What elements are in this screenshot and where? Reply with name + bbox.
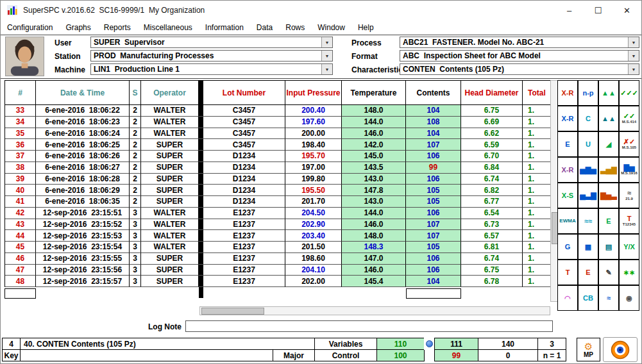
data-table-button[interactable]: ▦: [578, 234, 598, 260]
camera-button[interactable]: ◉: [619, 285, 639, 311]
cell-subgroup[interactable]: 2: [130, 117, 141, 128]
g-chart-button[interactable]: G: [557, 234, 578, 260]
cell-lot-number[interactable]: E1237: [203, 253, 285, 265]
cell-head-diameter[interactable]: 6.77: [461, 196, 523, 208]
trend-chart-teal-button[interactable]: ▲▲: [598, 106, 619, 131]
table-row[interactable]: 356-ene-2016 18:06:242WALTERC3457200.001…: [5, 128, 550, 140]
freeze-divider[interactable]: [199, 230, 203, 242]
menu-item-reports[interactable]: Reports: [97, 23, 137, 32]
cell-total[interactable]: 1.: [523, 276, 550, 287]
cell-input-pressure[interactable]: 198.60: [285, 253, 342, 265]
chevron-down-icon[interactable]: ▼: [628, 37, 639, 47]
table-row[interactable]: 366-ene-2016 18:06:252SUPERC3457198.4014…: [5, 139, 550, 151]
menu-item-window[interactable]: Window: [311, 23, 351, 32]
cell-contents[interactable]: 108: [406, 117, 461, 128]
horizontal-scrollbar-thumb[interactable]: [201, 308, 264, 315]
table-row[interactable]: 4812-sep-2016 23:15:573SUPERE1237202.001…: [5, 276, 550, 287]
cell-lot-number[interactable]: D1234: [203, 185, 285, 196]
new-row-edit-cell[interactable]: [4, 288, 36, 299]
table-row[interactable]: 386-ene-2016 18:06:272SUPERD1234197.0014…: [5, 162, 550, 174]
mp-button[interactable]: ⚙ MP: [577, 338, 600, 361]
table-row[interactable]: 4212-sep-2016 23:15:513WALTERE1237204.50…: [5, 208, 550, 219]
ms414-sampling-button[interactable]: ✓✓M.S.414: [619, 106, 639, 131]
cell-head-diameter[interactable]: 6.54: [461, 208, 523, 219]
header-subgroup[interactable]: S: [130, 81, 141, 105]
cell-lot-number[interactable]: C3457: [203, 117, 285, 128]
cell-contents[interactable]: 105: [406, 242, 461, 253]
cell-row-number[interactable]: 44: [5, 230, 36, 242]
cell-operator[interactable]: SUPER: [141, 276, 199, 287]
slope-chart-button[interactable]: ◢: [598, 131, 619, 157]
ms105-sampling-button[interactable]: ✗✓M.S.105: [619, 131, 639, 157]
cell-input-pressure[interactable]: 203.40: [285, 230, 342, 242]
pareto-chart-button[interactable]: ▇▅▃: [598, 183, 619, 208]
cell-lot-number[interactable]: D1234: [203, 174, 285, 185]
cell-subgroup[interactable]: 3: [130, 208, 141, 219]
maximize-button[interactable]: ☐: [584, 1, 612, 20]
cell-temperature[interactable]: 144.0: [342, 208, 406, 219]
cell-contents[interactable]: 106: [406, 174, 461, 185]
cell-row-number[interactable]: 40: [5, 185, 36, 196]
cell-total[interactable]: 1.: [523, 219, 550, 231]
cell-lot-number[interactable]: E1237: [203, 208, 285, 219]
cell-contents[interactable]: 107: [406, 219, 461, 231]
cell-temperature[interactable]: 146.0: [342, 265, 406, 276]
np-chart-button[interactable]: n-p: [578, 80, 598, 106]
cell-date-time[interactable]: 6-ene-2016 18:06:25: [36, 139, 130, 151]
cell-contents[interactable]: 99: [406, 162, 461, 174]
cell-temperature[interactable]: 143.5: [342, 162, 406, 174]
histogram-multi-button[interactable]: ▃▅▇: [598, 157, 619, 183]
cell-input-pressure[interactable]: 197.60: [285, 117, 342, 128]
ewma-chart-button[interactable]: EWMA: [557, 208, 578, 234]
header-head-diameter[interactable]: Head Diameter: [461, 81, 523, 105]
cell-lot-number[interactable]: D1234: [203, 162, 285, 174]
cell-date-time[interactable]: 6-ene-2016 18:06:35: [36, 196, 130, 208]
header-total[interactable]: Total: [523, 81, 550, 105]
log-note-input[interactable]: [185, 320, 553, 332]
menu-item-help[interactable]: Help: [351, 23, 380, 32]
cell-total[interactable]: 1.: [523, 117, 550, 128]
cell-input-pressure[interactable]: 204.10: [285, 265, 342, 276]
cell-lot-number[interactable]: C3457: [203, 128, 285, 140]
cell-head-diameter[interactable]: 6.84: [461, 162, 523, 174]
c-chart-button[interactable]: C: [578, 106, 598, 131]
cell-operator[interactable]: WALTER: [141, 230, 199, 242]
bar-chart-blue-button[interactable]: ▅▃▇: [578, 183, 598, 208]
menu-item-rows[interactable]: Rows: [279, 23, 311, 32]
freeze-divider[interactable]: [199, 196, 203, 208]
cell-temperature[interactable]: 146.0: [342, 128, 406, 140]
cell-input-pressure[interactable]: 197.00: [285, 162, 342, 174]
cell-head-diameter[interactable]: 6.59: [461, 139, 523, 151]
stars-button[interactable]: ∗∗: [619, 260, 639, 285]
cell-subgroup[interactable]: 3: [130, 242, 141, 253]
cell-temperature[interactable]: 144.0: [342, 117, 406, 128]
header-contents[interactable]: Contents: [406, 81, 461, 105]
header-date-time[interactable]: Date & Time: [36, 81, 130, 105]
cell-operator[interactable]: WALTER: [141, 208, 199, 219]
cell-subgroup[interactable]: 2: [130, 139, 141, 151]
cell-row-number[interactable]: 37: [5, 151, 36, 162]
cell-operator[interactable]: WALTER: [141, 105, 199, 117]
cell-temperature[interactable]: 145.4: [342, 276, 406, 287]
t12345-button[interactable]: TT12345: [619, 208, 639, 234]
cell-total[interactable]: 1.: [523, 265, 550, 276]
cell-contents[interactable]: 106: [406, 253, 461, 265]
cell-row-number[interactable]: 45: [5, 242, 36, 253]
cell-input-pressure[interactable]: 200.00: [285, 128, 342, 140]
cell-date-time[interactable]: 12-sep-2016 23:15:54: [36, 242, 130, 253]
cell-subgroup[interactable]: 2: [130, 185, 141, 196]
cell-head-diameter[interactable]: 6.69: [461, 117, 523, 128]
cell-lot-number[interactable]: C3457: [203, 105, 285, 117]
xbar-r-chart-blue-button[interactable]: X-R: [557, 106, 578, 131]
cell-temperature[interactable]: 146.0: [342, 219, 406, 231]
chevron-down-icon[interactable]: ▼: [628, 64, 639, 74]
chevron-down-icon[interactable]: ▼: [321, 51, 332, 61]
header-lot-number[interactable]: Lot Number: [203, 81, 285, 105]
table-row[interactable]: 4312-sep-2016 23:15:523WALTERE1237202.90…: [5, 219, 550, 231]
cell-operator[interactable]: WALTER: [141, 128, 199, 140]
cell-lot-number[interactable]: C3457: [203, 139, 285, 151]
header-row-number[interactable]: #: [5, 81, 36, 105]
cell-date-time[interactable]: 6-ene-2016 18:06:23: [36, 117, 130, 128]
x-rm-chart-button[interactable]: X-R: [557, 157, 578, 183]
table-row[interactable]: 416-ene-2016 18:06:352SUPERD1234201.7014…: [5, 196, 550, 208]
